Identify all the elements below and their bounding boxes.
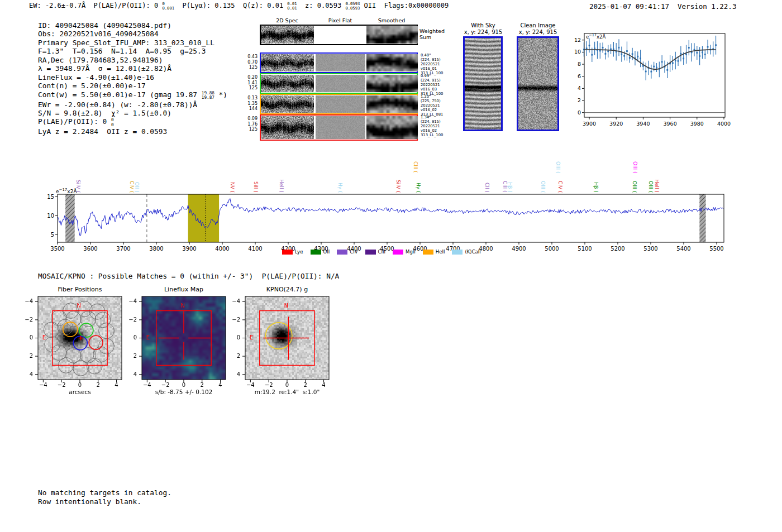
footer-line-2: Row intentionally blank. (38, 497, 171, 506)
cutout-overlay-1: NE (138, 296, 231, 385)
info-line-11: P(LAE)/P(OII): 0 00 (38, 117, 227, 127)
svg-text:3500: 3500 (50, 246, 64, 252)
info-line-6: LineFlux = -4.90(±1.40)e-16 (38, 73, 227, 82)
info-line-5: λ = 3948.97Å σ = 12.01(±2.82)Å (38, 64, 227, 73)
col-header-smoothed: Smoothed (369, 17, 414, 23)
svg-text:6: 6 (578, 73, 581, 79)
emission-line-label-heii-5: HeII ( (279, 179, 284, 193)
svg-text:E: E (42, 334, 46, 341)
spec2d-row1-2dspec-image (261, 54, 314, 71)
emission-line-label-hβ-12: Hβ ( (507, 182, 513, 193)
spec2d-row1-pixelflat-image (316, 54, 365, 71)
emission-line-label-siiv-7: SiIV ( (395, 180, 401, 193)
cutout-1-ytick-3: −2 (127, 317, 137, 323)
svg-text:3800: 3800 (149, 246, 163, 252)
spec2d-row0-2dspec-image (261, 26, 314, 44)
spec2d-row2-right-labels: 0.93" (224, 915) 20220521 v016_03 313_LL… (421, 74, 443, 96)
spectrum-ylabel: e−17x2Å (56, 188, 77, 194)
emission-line-label-oiii-14: OIII ( (555, 161, 561, 173)
emission-line-label-siii-4: SiII ( (253, 181, 259, 193)
emission-line-label-siiv-0: SiIV ( (75, 180, 81, 193)
cutout-2-xtick-1: −2 (263, 382, 274, 388)
spec2d-row2-2dspec-image (261, 75, 314, 92)
spec2d-row3-right-labels: 1.25" (225, 750) 20220521 v016_02 313_LL… (421, 94, 443, 117)
legend-swatch (365, 250, 376, 255)
spec2d-row3-smoothed-image (366, 95, 418, 113)
cutout-1-ytick-0: 4 (127, 371, 137, 377)
emission-line-label-oiii-18: OIII ( (632, 161, 638, 173)
svg-text:E: E (146, 334, 150, 341)
svg-text:N: N (77, 303, 81, 309)
detection-info-block: ID: 4090425084 (4090425084.pdf)Obs: 2022… (38, 21, 227, 136)
legend-item-heii: HeII (423, 249, 445, 255)
header-timestamp: 2025-01-07 09:41:17 Version 1.22.3 (589, 2, 736, 11)
clean-image-canvas (518, 38, 557, 130)
spec2d-row3-2dspec-image (261, 95, 314, 113)
with-sky-image (465, 38, 501, 130)
svg-text:10: 10 (574, 49, 581, 55)
svg-text:N: N (181, 303, 185, 309)
svg-text:2: 2 (578, 97, 581, 103)
footer-line-1: No matching targets in catalog. (38, 488, 171, 497)
svg-text:5100: 5100 (578, 246, 592, 252)
emission-line-label-hγ-9: Hγ ( (416, 183, 421, 193)
cutout-overlay-0: NE (34, 296, 127, 385)
legend-swatch (393, 250, 403, 255)
legend-swatch (452, 250, 462, 255)
spec2d-row0-pixelflat-image (316, 26, 365, 44)
legend-item-mgii: MgII (393, 249, 416, 255)
cutout-0-xtick-1: −2 (56, 382, 67, 388)
svg-text:5: 5 (51, 232, 54, 238)
svg-text:4000: 4000 (717, 121, 731, 127)
cutout-xlabel-1: s/b: -8.75 +/- 0.102 (131, 389, 237, 395)
cutout-1-xtick-3: 2 (197, 382, 208, 388)
emission-line-label-heii-20: HeII ( (654, 179, 660, 193)
emission-line-label-oiii-13: OIII ( (540, 181, 546, 193)
svg-text:3920: 3920 (609, 121, 623, 127)
legend-item-ciii: CIII (365, 249, 385, 255)
spec2d-row4-2dspec-image (261, 116, 314, 139)
emission-line-label-oii-2: OII ( (134, 182, 140, 193)
inset-ylabel: e−17x2Å (586, 33, 605, 40)
spec2d-row1-left-labels: 0.43 0.70 125 (235, 54, 258, 70)
cutout-2-ytick-1: 2 (230, 353, 240, 359)
legend-swatch (282, 250, 293, 255)
cutout-1-ytick-2: 0 (127, 334, 137, 341)
emission-line-label-hβ-16: Hβ ( (593, 182, 599, 193)
spec2d-row1-smoothed-image (366, 54, 418, 71)
legend-swatch (337, 250, 347, 255)
emission-line-label-oiii-19: OIII ( (648, 181, 654, 193)
svg-text:5500: 5500 (709, 246, 723, 252)
svg-text:4: 4 (578, 85, 581, 91)
svg-text:3600: 3600 (83, 246, 97, 252)
info-line-0: ID: 4090425084 (4090425084.pdf) (38, 21, 227, 30)
weighted-sum-label: Weighted Sum (419, 28, 452, 40)
line-fit-inset-svg: 390039203940396039804000024681012 (578, 30, 733, 126)
spec2d-row1-right-labels: 0.48" (224, 915) 20220521 v016_01 313_LL… (421, 53, 443, 75)
spec2d-row4-left-labels: 0.09 1.76 125 (235, 116, 258, 132)
cutout-2-ytick-4: −4 (230, 298, 240, 304)
svg-text:10: 10 (47, 213, 54, 219)
svg-text:15: 15 (47, 194, 54, 200)
cutout-0-ytick-2: 0 (23, 334, 33, 341)
info-line-12: LyA z = 2.2484 OII z = 0.0593 (38, 127, 227, 136)
cutout-0-xtick-2: 0 (74, 382, 85, 388)
svg-text:E: E (250, 334, 253, 341)
clean-image-title: Clean Imagex, y: 224, 915 (510, 22, 566, 36)
cutout-title-1: Lineflux Map (136, 286, 231, 293)
info-line-8: Cont(w) = 5.50(±0.01)e-17 (gmag 19.87 19… (38, 90, 227, 100)
info-line-4: RA,Dec (179.784683,52.948196) (38, 56, 227, 64)
header-summary-line: EW: -2.6±-0.7Å P(LAE)/P(OII): 0 00.001 P… (29, 2, 449, 11)
svg-text:N: N (284, 303, 288, 309)
info-line-7: Cont(n) = 5.20(±0.00)e-17 (38, 82, 227, 90)
spec2d-row4-smoothed-image (366, 116, 418, 139)
info-line-3: F=1.3" T=0.156 N=1.14 A=0.95 g=25.3 (38, 47, 227, 55)
svg-text:4900: 4900 (512, 246, 526, 252)
legend-swatch (423, 250, 433, 255)
svg-text:5000: 5000 (545, 246, 559, 252)
cutout-1-ytick-4: −4 (127, 298, 137, 304)
cutout-2-xtick-0: −4 (245, 382, 256, 388)
emission-line-label-nv-3: NV ( (230, 182, 235, 193)
svg-text:0: 0 (578, 109, 581, 116)
cutout-title-2: KPNO(24.7) g (240, 286, 335, 293)
